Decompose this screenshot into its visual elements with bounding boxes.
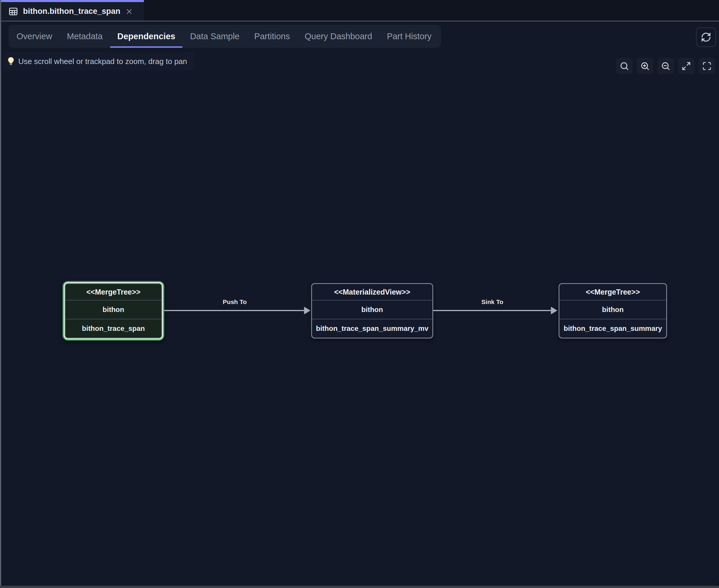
- tab-part-history[interactable]: Part History: [380, 25, 439, 48]
- node-table: bithon_trace_span_summary: [564, 324, 662, 333]
- refresh-icon: [701, 32, 711, 42]
- view-tabs: Overview Metadata Dependencies Data Samp…: [8, 25, 441, 48]
- zoom-out-icon: [661, 61, 670, 71]
- tab-dependencies[interactable]: Dependencies: [110, 25, 183, 48]
- node-stereotype: <<MergeTree>>: [86, 288, 140, 296]
- node-database: bithon: [103, 306, 124, 314]
- edge-push-to-line: [164, 310, 305, 311]
- close-icon[interactable]: [126, 8, 133, 15]
- window-left-edge: [0, 0, 1, 586]
- search-icon: [620, 61, 629, 71]
- node-stereotype: <<MaterializedView>>: [334, 288, 410, 296]
- zoom-pan-hint: Use scroll wheel or trackpad to zoom, dr…: [3, 52, 195, 70]
- window-bottom-strip: [0, 586, 719, 588]
- expand-arrows-icon: [681, 61, 691, 71]
- edge-push-to-arrowhead: [304, 307, 311, 314]
- fit-view-button[interactable]: [678, 58, 695, 74]
- file-tab-title: bithon.bithon_trace_span: [23, 7, 120, 16]
- node-table: bithon_trace_span: [82, 324, 145, 333]
- edge-push-to-label: Push To: [164, 298, 305, 306]
- zoom-in-icon: [640, 61, 650, 71]
- graph-node-bithon-trace-span-summary[interactable]: <<MergeTree>> bithon bithon_trace_span_s…: [558, 283, 667, 338]
- tabstrip-divider: [1, 21, 719, 22]
- node-database: bithon: [602, 306, 623, 314]
- tab-metadata[interactable]: Metadata: [60, 25, 110, 48]
- node-stereotype: <<MergeTree>>: [586, 288, 640, 296]
- node-database: bithon: [361, 306, 383, 314]
- edge-sink-to-line: [433, 310, 551, 311]
- edge-sink-to-label: Sink To: [433, 298, 551, 306]
- tab-data-sample[interactable]: Data Sample: [183, 25, 247, 48]
- graph-node-bithon-trace-span-summary-mv[interactable]: <<MaterializedView>> bithon bithon_trace…: [311, 283, 433, 338]
- fullscreen-icon: [702, 61, 712, 71]
- canvas-toolbar: [616, 58, 715, 74]
- file-tab-bithon-trace-span[interactable]: bithon.bithon_trace_span: [1, 0, 144, 21]
- main-panel: bithon.bithon_trace_span Overview Metada…: [1, 0, 719, 586]
- table-icon: [8, 6, 18, 17]
- file-tabstrip: bithon.bithon_trace_span: [1, 0, 719, 21]
- search-button[interactable]: [616, 58, 633, 74]
- tab-overview[interactable]: Overview: [9, 25, 60, 48]
- tab-query-dashboard[interactable]: Query Dashboard: [297, 25, 380, 48]
- hint-text: Use scroll wheel or trackpad to zoom, dr…: [18, 57, 187, 66]
- lightbulb-icon: [7, 57, 15, 66]
- refresh-button[interactable]: [696, 27, 716, 47]
- zoom-out-button[interactable]: [657, 58, 674, 74]
- edge-sink-to-arrowhead: [551, 307, 557, 314]
- graph-node-bithon-trace-span[interactable]: <<MergeTree>> bithon bithon_trace_span: [63, 281, 164, 341]
- fullscreen-button[interactable]: [699, 58, 715, 74]
- node-table: bithon_trace_span_summary_mv: [316, 324, 428, 333]
- tab-partitions[interactable]: Partitions: [247, 25, 297, 48]
- zoom-in-button[interactable]: [637, 58, 653, 74]
